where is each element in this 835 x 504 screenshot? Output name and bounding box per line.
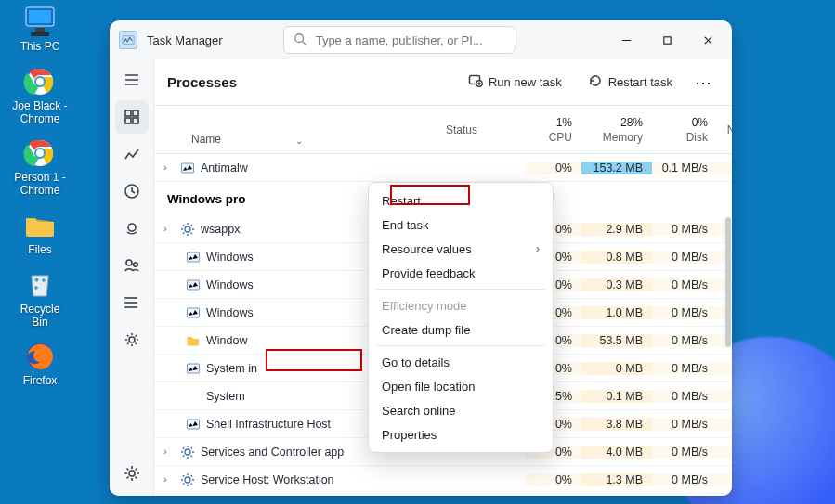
nav-settings[interactable]	[115, 457, 149, 490]
nav-users[interactable]	[115, 249, 149, 282]
col-name[interactable]: Name ⌄	[176, 106, 442, 153]
nav-rail	[110, 59, 154, 496]
menu-item-create-dump-file[interactable]: Create dump file	[369, 317, 553, 342]
desktop-icons: This PC Joe Black - Chrome Person 1 - Ch…	[11, 6, 69, 388]
menu-item-label: Properties	[382, 428, 437, 442]
close-button[interactable]	[687, 25, 728, 55]
svg-point-48	[185, 449, 190, 455]
run-new-task-button[interactable]: Run new task	[459, 68, 571, 97]
toolbar: Processes Run new task Restart task ⋯	[154, 59, 732, 106]
col-cpu[interactable]: 1%CPU	[526, 106, 581, 153]
menu-item-end-task[interactable]: End task	[369, 213, 553, 237]
chevron-right-icon: ›	[536, 242, 540, 255]
table-row[interactable]: ›Antimalw0%153.2 MB0.1 MB/s0	[154, 154, 732, 182]
table-row[interactable]: ›Service Host: Workstation0%1.3 MB0 MB/s…	[154, 466, 732, 494]
folder-icon	[21, 209, 59, 242]
nav-performance[interactable]	[115, 137, 149, 171]
col-mem-pct: 28%	[620, 116, 643, 129]
window-controls	[606, 25, 728, 55]
nav-startup[interactable]	[115, 212, 149, 245]
process-name-cell: Antimalw	[176, 161, 442, 175]
memory-cell: 0.3 MB	[581, 278, 652, 291]
desktop-icon-label: Joe Black - Chrome	[11, 100, 69, 126]
svg-rect-15	[663, 36, 670, 43]
desktop-icon-files[interactable]: Files	[11, 209, 69, 257]
disk-cell: 0 MB/s	[652, 362, 717, 375]
vertical-scrollbar[interactable]	[725, 208, 731, 496]
menu-item-search-online[interactable]: Search online	[369, 398, 553, 422]
disk-cell: 0 MB/s	[652, 278, 717, 291]
process-name: wsappx	[201, 223, 240, 236]
process-name: Windows	[206, 306, 254, 319]
cpu-cell: 0%	[526, 473, 581, 486]
expand-toggle[interactable]: ›	[154, 474, 176, 485]
scrollbar-thumb[interactable]	[725, 217, 731, 347]
menu-item-properties[interactable]: Properties	[369, 422, 553, 446]
grid-header[interactable]: Name ⌄ Status 1%CPU 28%Memory 0%Disk Net…	[154, 106, 732, 154]
menu-item-provide-feedback[interactable]: Provide feedback	[369, 261, 553, 285]
svg-rect-21	[125, 110, 131, 116]
desktop-icon-label: Firefox	[23, 375, 58, 388]
svg-point-27	[126, 260, 132, 265]
nav-details[interactable]	[115, 286, 149, 319]
desktop-icon-recycle-bin[interactable]: Recycle Bin	[11, 268, 69, 330]
expand-toggle[interactable]: ›	[154, 162, 176, 173]
restart-task-button[interactable]: Restart task	[579, 68, 682, 97]
more-button[interactable]: ⋯	[689, 72, 719, 93]
desktop-icon-this-pc[interactable]: This PC	[11, 6, 69, 54]
search-input[interactable]	[316, 33, 505, 47]
col-disk-pct: 0%	[692, 116, 708, 129]
col-disk-label: Disk	[686, 131, 708, 144]
disk-cell: 0 MB/s	[652, 223, 717, 236]
svg-point-34	[124, 306, 126, 308]
svg-point-35	[129, 337, 135, 342]
svg-rect-2	[35, 28, 45, 32]
menu-item-label: Open file location	[382, 380, 475, 394]
process-icon	[186, 389, 201, 404]
col-name-label: Name	[191, 133, 221, 146]
col-memory[interactable]: 28%Memory	[581, 106, 652, 153]
svg-line-13	[302, 41, 306, 45]
desktop-icon-label: Person 1 - Chrome	[11, 172, 69, 198]
memory-cell: 153.2 MB	[581, 162, 652, 174]
nav-hamburger[interactable]	[115, 63, 149, 97]
maximize-button[interactable]	[646, 25, 687, 55]
nav-app-history[interactable]	[115, 174, 149, 208]
process-name: Shell Infrastructure Host	[206, 418, 331, 431]
col-mem-label: Memory	[603, 131, 643, 144]
minimize-button[interactable]	[606, 25, 646, 55]
desktop-icon-person1-chrome[interactable]: Person 1 - Chrome	[11, 136, 69, 198]
svg-rect-24	[133, 118, 138, 123]
svg-rect-22	[133, 110, 138, 116]
menu-item-open-file-location[interactable]: Open file location	[369, 374, 553, 398]
svg-point-26	[128, 224, 136, 231]
expand-toggle[interactable]: ›	[154, 446, 176, 457]
menu-item-efficiency-mode: Efficiency mode	[369, 293, 553, 317]
search-box[interactable]	[283, 26, 515, 54]
search-icon	[294, 32, 307, 48]
menu-item-label: Search online	[382, 404, 456, 418]
nav-services[interactable]	[115, 323, 149, 356]
process-icon	[186, 417, 201, 432]
menu-item-restart[interactable]: Restart	[369, 188, 553, 213]
menu-item-go-to-details[interactable]: Go to details	[369, 350, 553, 374]
svg-point-49	[185, 477, 190, 483]
chrome-icon	[21, 65, 59, 98]
desktop-icon-joe-black-chrome[interactable]: Joe Black - Chrome	[11, 65, 69, 126]
menu-item-resource-values[interactable]: Resource values›	[369, 237, 553, 261]
process-name: Windows	[206, 278, 254, 291]
nav-processes[interactable]	[115, 100, 149, 134]
col-net-label: Netw	[727, 123, 732, 136]
memory-cell: 0.1 MB	[581, 390, 652, 403]
col-network[interactable]: Netw	[717, 106, 732, 153]
process-icon	[180, 161, 195, 175]
process-name-cell: Service Host: Workstation	[176, 472, 442, 487]
desktop-icon-firefox[interactable]: Firefox	[11, 340, 69, 388]
expand-toggle[interactable]: ›	[154, 224, 176, 234]
col-disk[interactable]: 0%Disk	[652, 106, 717, 153]
svg-rect-47	[188, 420, 200, 429]
memory-cell: 1.0 MB	[581, 306, 652, 319]
col-status[interactable]: Status	[442, 106, 526, 153]
svg-rect-23	[125, 118, 131, 123]
cpu-cell: 0%	[526, 162, 581, 174]
